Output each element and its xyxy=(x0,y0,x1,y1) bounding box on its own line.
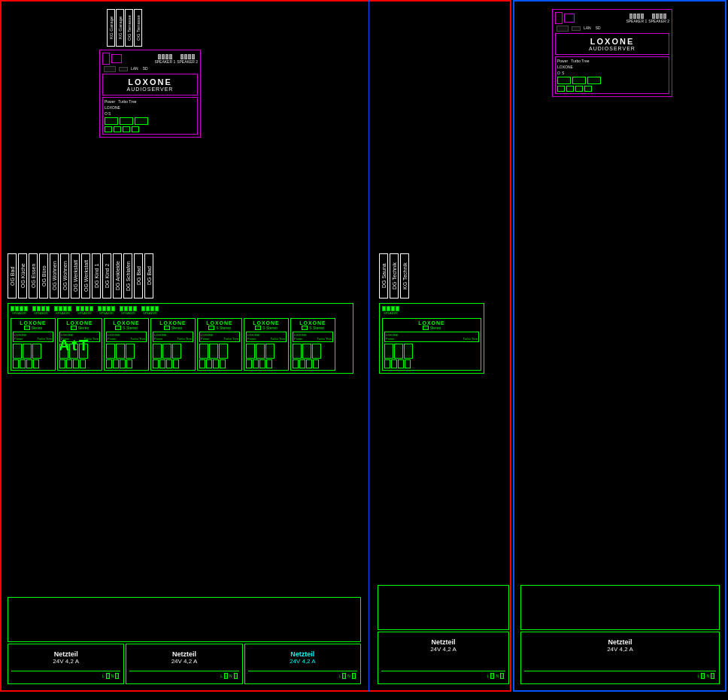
lox1-name: LOXONE xyxy=(13,320,53,326)
power-label: Power xyxy=(105,99,115,104)
lox1-power-row: Power Turbo Tree xyxy=(14,337,52,341)
top-right-audioserver: SPEAKER 1 SPEAKER 2 xyxy=(552,9,702,97)
spk-unit-1: SPEAKER xyxy=(11,306,28,315)
rlox-sc4 xyxy=(405,359,411,368)
lox7-power: Power xyxy=(294,337,302,341)
spk-unit-2: SPEAKER xyxy=(32,306,50,315)
netzteil-far-spacer xyxy=(524,653,716,668)
lox6-sc4 xyxy=(266,359,272,368)
lox6-stereo-row: S Stereo xyxy=(246,326,287,330)
rlox-sub: LOXONE Power Turbo Tree xyxy=(384,332,479,342)
spk4-p1 xyxy=(76,306,80,311)
lox7-sc2 xyxy=(299,359,305,368)
left-panel: KG Garage KG Garage OG Terrasse OG Terra… xyxy=(0,0,511,692)
room-dg-kind1: DG Kind 1 xyxy=(92,253,101,298)
rsp2-p2 xyxy=(656,14,659,19)
sp2-pin2 xyxy=(184,54,187,59)
lox2-small-conn xyxy=(59,359,100,368)
lox6-stereo: S Stereo xyxy=(262,326,277,330)
lox5-turbo: Turbo Tree xyxy=(224,337,238,341)
lox7-stereo-row: S Stereo xyxy=(293,326,333,330)
spk2-p4 xyxy=(46,306,50,311)
rlox-power-row: Power Turbo Tree xyxy=(386,337,478,341)
lox5-stereo-row: S Stereo xyxy=(199,326,240,330)
speaker-pins-row: SPEAKER SPEAKER xyxy=(11,306,350,315)
rpower-plug-icon xyxy=(555,12,563,24)
netzteil-far-right-area: Netzteil 24V 4,2 A L N xyxy=(520,585,720,684)
rloxone-title: LOXONE xyxy=(557,37,667,46)
rsp2-p3 xyxy=(660,14,663,19)
lox7-sc4 xyxy=(313,359,319,368)
speaker2-group: SPEAKER 2 xyxy=(177,54,198,64)
lox2-sc2 xyxy=(66,359,72,368)
lox3-connectors xyxy=(106,344,147,359)
lox3-sc2 xyxy=(113,359,119,368)
netzteil-box-1: Netzteil 24V 4,2 A L N xyxy=(8,644,124,684)
spk4-p4 xyxy=(89,306,93,311)
netzteil-far-bottom: L N xyxy=(524,671,716,680)
lox1-sc1 xyxy=(13,359,19,368)
rlox-sc2 xyxy=(391,359,397,368)
lox5-sub: LOXONE Power Turbo Tree xyxy=(199,332,240,342)
rsp2-p1 xyxy=(652,14,655,19)
lox2-led xyxy=(71,326,77,330)
lox3-stereo: S Stereo xyxy=(123,326,137,330)
netzteil2-title: Netzteil xyxy=(129,650,238,658)
lox4-led xyxy=(164,326,170,330)
sp1-pin1 xyxy=(158,54,161,59)
spk5-p2 xyxy=(102,306,106,311)
lox2-sc4 xyxy=(80,359,86,368)
room-og-wohnen2: OG Wohnen xyxy=(60,253,69,298)
netzteil2-bottom: L N xyxy=(129,671,238,680)
power-turbo-row: Power Turbo Tree xyxy=(105,99,196,104)
audioserver-top-bar: SPEAKER 1 SPEAKER 2 xyxy=(102,53,198,65)
lox3-stereo-row: S Stereo xyxy=(106,326,147,330)
spk6-label: SPEAKER xyxy=(121,311,135,315)
netzteil-right-n: N xyxy=(496,674,499,678)
label-og-terrasse-1: OG Terrasse xyxy=(125,9,133,47)
lox-unit-6: LOXONE S Stereo LOXONE Power Turbo Tree xyxy=(244,318,289,371)
lox2-stereo-row: Stereo xyxy=(59,326,100,330)
lox6-sub: LOXONE Power Turbo Tree xyxy=(246,332,287,342)
netzteil3-pin1 xyxy=(342,673,346,679)
lox4-conn1 xyxy=(153,344,162,359)
audioserver-bottom: Power Turbo Tree LOXONE O S xyxy=(102,97,198,135)
lox6-small-conn xyxy=(246,359,287,368)
lox7-conn2 xyxy=(302,344,311,359)
rspk-p2 xyxy=(387,306,390,311)
rsd-slot xyxy=(572,26,581,31)
netzteil-right-bottom: L N xyxy=(381,671,505,680)
lox3-turbo: Turbo Tree xyxy=(131,337,145,341)
spk2-p3 xyxy=(41,306,45,311)
rspeaker2-label: SPEAKER 2 xyxy=(648,19,669,23)
netzteil2-n: N xyxy=(229,674,232,678)
lox1-sc4 xyxy=(33,359,39,368)
room-dg-schlafen: DG Schlafen xyxy=(123,253,132,298)
lox5-conn2 xyxy=(209,344,218,359)
lox5-conn3 xyxy=(219,344,228,359)
rturbo-label: Turbo Tree xyxy=(571,59,589,63)
sp1-pin4 xyxy=(169,54,172,59)
lox3-small-conn xyxy=(106,359,147,368)
lox-unit-4: LOXONE Stereo LOXONE Power Turbo Tree xyxy=(150,318,196,371)
room-kg-technik: KG Technik xyxy=(400,253,409,298)
netzteil-right-box: Netzteil 24V 4,2 A L N xyxy=(378,632,509,684)
lox7-turbo: Turbo Tree xyxy=(317,337,332,341)
rlan-sd-row: LAN SD xyxy=(555,26,669,32)
lox3-sc1 xyxy=(106,359,112,368)
rsmall-c4 xyxy=(584,86,592,92)
audioserver-subtitle: AUDIOSERVER xyxy=(105,86,196,92)
lox2-name: LOXONE xyxy=(59,320,100,326)
netzteil-far-n: N xyxy=(706,674,709,678)
spk5-p1 xyxy=(98,306,102,311)
rpower-turbo-row: Power Turbo Tree xyxy=(557,59,667,63)
lox7-conn3 xyxy=(312,344,321,359)
lox7-name: LOXONE xyxy=(293,320,333,326)
lox7-connectors xyxy=(293,344,333,359)
netzteil-right-voltage: 24V 4,2 A xyxy=(381,646,505,653)
lox1-conn1 xyxy=(13,344,22,359)
netzteil-box-3: Netzteil 24V 4,2 A L N xyxy=(244,644,361,684)
netzteil1-title: Netzteil xyxy=(11,650,120,658)
lox4-power: Power xyxy=(154,337,162,341)
rconn-b1 xyxy=(557,77,571,84)
